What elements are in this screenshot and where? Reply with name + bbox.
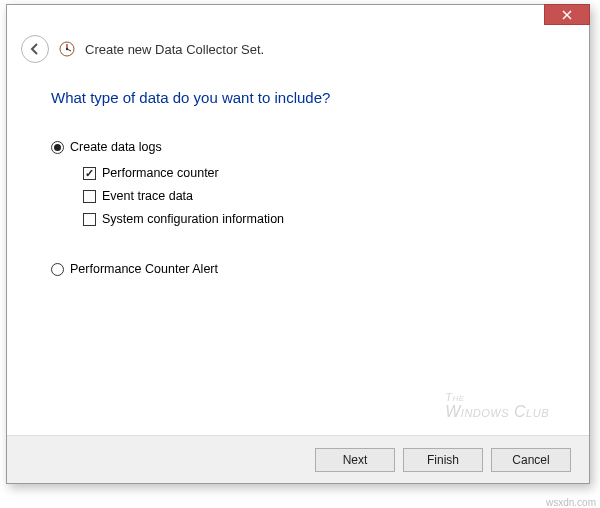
perfmon-icon (59, 41, 75, 57)
watermark-line2: Windows Club (445, 403, 549, 421)
option-performance-counter-alert[interactable]: Performance Counter Alert (51, 262, 545, 276)
check-label: Event trace data (102, 189, 193, 203)
button-bar: Next Finish Cancel (7, 435, 589, 483)
option-label: Create data logs (70, 140, 162, 154)
svg-point-3 (66, 48, 68, 50)
cancel-button[interactable]: Cancel (491, 448, 571, 472)
watermark: The Windows Club (445, 391, 549, 421)
create-data-logs-subs: Performance counter Event trace data Sys… (83, 166, 545, 226)
wizard-question: What type of data do you want to include… (51, 89, 545, 106)
watermark-line1: The (445, 391, 549, 403)
checkbox-icon (83, 190, 96, 203)
checkbox-icon (83, 167, 96, 180)
check-system-configuration[interactable]: System configuration information (83, 212, 545, 226)
option-label: Performance Counter Alert (70, 262, 218, 276)
wizard-header: Create new Data Collector Set. (7, 35, 589, 73)
option-create-data-logs[interactable]: Create data logs (51, 140, 545, 154)
back-arrow-icon (28, 42, 42, 56)
wizard-window: Create new Data Collector Set. What type… (6, 4, 590, 484)
radio-icon (51, 141, 64, 154)
source-tag: wsxdn.com (546, 497, 596, 508)
back-button[interactable] (21, 35, 49, 63)
finish-button[interactable]: Finish (403, 448, 483, 472)
close-icon (562, 10, 572, 20)
check-event-trace-data[interactable]: Event trace data (83, 189, 545, 203)
wizard-content: What type of data do you want to include… (7, 73, 589, 276)
radio-icon (51, 263, 64, 276)
check-label: System configuration information (102, 212, 284, 226)
check-label: Performance counter (102, 166, 219, 180)
check-performance-counter[interactable]: Performance counter (83, 166, 545, 180)
close-button[interactable] (544, 4, 590, 25)
wizard-title: Create new Data Collector Set. (85, 42, 264, 57)
titlebar (7, 5, 589, 35)
next-button[interactable]: Next (315, 448, 395, 472)
checkbox-icon (83, 213, 96, 226)
